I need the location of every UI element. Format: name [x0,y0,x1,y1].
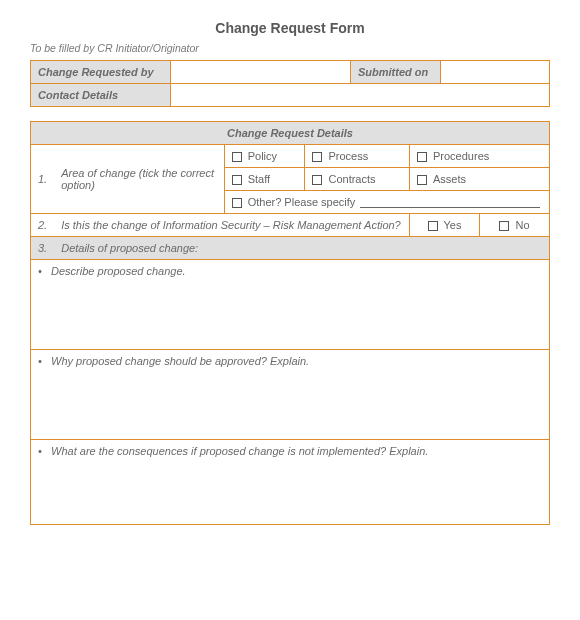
option-other-label: Other? Please specify [248,196,356,208]
option-cell: Assets [410,168,550,191]
svg-rect-4 [313,176,322,185]
requested-by-label: Change Requested by [31,61,171,84]
option-cell: Contracts [305,168,410,191]
page-title: Change Request Form [30,20,550,36]
option-cell: Yes [410,214,480,237]
option-assets-label: Assets [433,173,466,185]
checkbox-procedures[interactable] [417,150,433,162]
submitted-on-label: Submitted on [351,61,441,84]
svg-rect-1 [313,153,322,162]
requested-by-field[interactable] [171,61,351,84]
checkbox-no[interactable] [499,219,515,231]
q1-label: Area of change (tick the correct option) [54,145,224,214]
option-procedures-label: Procedures [433,150,489,162]
q3a-field[interactable]: • Describe proposed change. [31,260,550,350]
checkbox-other[interactable] [232,196,248,208]
bullet-icon: • [38,445,48,457]
q2-number: 2. [31,214,55,237]
requester-table: Change Requested by Submitted on Contact… [30,60,550,107]
q3b-field[interactable]: • Why proposed change should be approved… [31,350,550,440]
q2-label: Is this the change of Information Securi… [54,214,409,237]
option-yes-label: Yes [444,219,462,231]
option-cell: Policy [224,145,305,168]
svg-rect-8 [500,222,509,231]
q3b-label: Why proposed change should be approved? … [51,355,309,367]
svg-rect-5 [418,176,427,185]
contact-label: Contact Details [31,84,171,107]
other-specify-field[interactable] [360,200,540,208]
option-contracts-label: Contracts [328,173,375,185]
q1-number: 1. [31,145,55,214]
option-policy-label: Policy [248,150,277,162]
q3-label: Details of proposed change: [54,237,549,260]
option-cell: Staff [224,168,305,191]
option-cell: Other? Please specify [224,191,549,214]
option-cell: Procedures [410,145,550,168]
checkbox-contracts[interactable] [312,173,328,185]
option-cell: No [480,214,550,237]
q3c-field[interactable]: • What are the consequences if proposed … [31,440,550,525]
svg-rect-2 [418,153,427,162]
option-cell: Process [305,145,410,168]
option-staff-label: Staff [248,173,270,185]
option-no-label: No [515,219,529,231]
svg-rect-6 [232,199,241,208]
details-section-title: Change Request Details [31,122,550,145]
checkbox-assets[interactable] [417,173,433,185]
option-process-label: Process [328,150,368,162]
checkbox-policy[interactable] [232,150,248,162]
subtitle: To be filled by CR Initiator/Originator [30,42,550,54]
bullet-icon: • [38,355,48,367]
q3a-label: Describe proposed change. [51,265,186,277]
contact-field[interactable] [171,84,550,107]
q3c-label: What are the consequences if proposed ch… [51,445,428,457]
submitted-on-field[interactable] [441,61,550,84]
checkbox-yes[interactable] [428,219,444,231]
svg-rect-0 [232,153,241,162]
bullet-icon: • [38,265,48,277]
q3-number: 3. [31,237,55,260]
svg-rect-3 [232,176,241,185]
svg-rect-7 [428,222,437,231]
checkbox-staff[interactable] [232,173,248,185]
checkbox-process[interactable] [312,150,328,162]
details-table: Change Request Details 1. Area of change… [30,121,550,525]
